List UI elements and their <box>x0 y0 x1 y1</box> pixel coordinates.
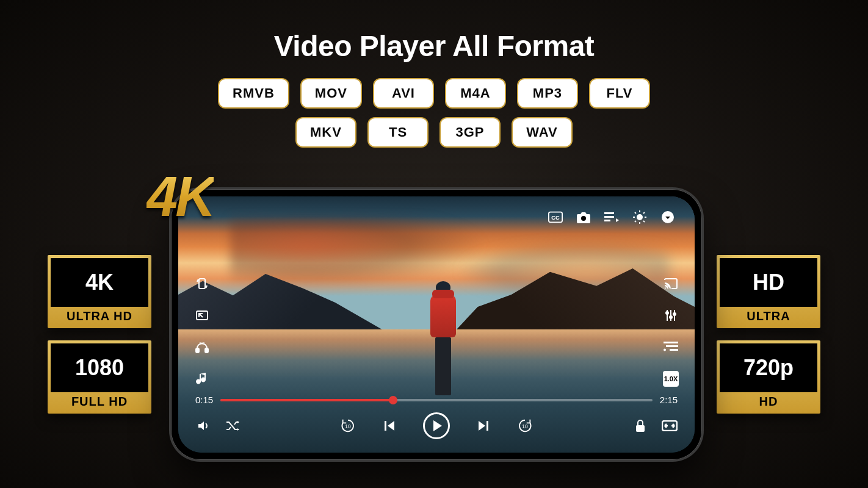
lock-icon[interactable] <box>632 418 648 434</box>
badge-value: HD <box>720 258 817 307</box>
svg-point-25 <box>670 316 672 318</box>
equalizer-icon[interactable] <box>663 307 679 323</box>
elapsed-time: 0:15 <box>195 395 213 405</box>
phone-mockup: CC BG 1.0X 0:15 2:15 <box>171 189 702 460</box>
video-frame: CC BG 1.0X 0:15 2:15 <box>178 196 695 453</box>
svg-rect-3 <box>604 212 614 214</box>
left-controls: BG <box>194 276 210 387</box>
badge-value: 720p <box>720 343 817 392</box>
svg-rect-4 <box>604 216 614 218</box>
svg-rect-33 <box>486 421 488 431</box>
format-chip: MP3 <box>518 79 577 107</box>
svg-point-2 <box>581 216 586 221</box>
badge-value: 4K <box>51 258 148 307</box>
play-button[interactable] <box>423 412 450 439</box>
badge-value: 1080 <box>51 343 148 392</box>
rotate-icon[interactable] <box>194 276 210 292</box>
badge-4k-ultrahd: 4K ULTRA HD <box>48 255 151 328</box>
right-controls: 1.0X <box>663 276 679 387</box>
badge-hd-ultra: HD ULTRA <box>717 255 820 328</box>
music-icon[interactable] <box>194 371 210 387</box>
svg-rect-5 <box>604 220 610 221</box>
svg-rect-28 <box>666 345 678 347</box>
bottom-controls: 10 10 <box>195 412 678 439</box>
speed-badge[interactable]: 1.0X <box>663 371 679 387</box>
svg-line-12 <box>643 221 645 222</box>
badge-sub: FULL HD <box>51 395 148 409</box>
volume-icon[interactable] <box>195 418 211 434</box>
format-chip: WAV <box>513 118 571 146</box>
next-icon[interactable] <box>476 418 491 434</box>
svg-line-11 <box>635 212 636 214</box>
previous-icon[interactable] <box>382 418 397 434</box>
svg-point-6 <box>637 214 643 220</box>
fullscreen-icon[interactable] <box>662 418 678 434</box>
4k-logo: 4K <box>146 165 214 229</box>
queue-icon[interactable] <box>663 339 679 355</box>
format-chip: 3GP <box>441 118 499 146</box>
progress-bar[interactable] <box>220 399 653 401</box>
format-row-2: MKV TS 3GP WAV <box>297 118 571 146</box>
svg-point-26 <box>673 313 676 315</box>
svg-point-24 <box>666 312 668 314</box>
format-row-1: RMVB MOV AVI M4A MP3 FLV <box>219 79 649 107</box>
svg-text:BG: BG <box>200 342 205 345</box>
svg-rect-19 <box>205 348 208 353</box>
badge-sub: ULTRA HD <box>51 309 148 323</box>
badge-sub: ULTRA <box>720 309 817 323</box>
play-icon <box>433 420 442 431</box>
svg-rect-27 <box>664 342 678 343</box>
progress-row: 0:15 2:15 <box>195 395 678 405</box>
format-chip: MOV <box>302 79 361 107</box>
format-chip: M4A <box>446 79 505 107</box>
brightness-icon[interactable] <box>632 210 647 224</box>
collapse-icon[interactable] <box>660 210 675 224</box>
svg-text:CC: CC <box>551 215 560 221</box>
forward-10-icon[interactable]: 10 <box>517 418 533 434</box>
duration-time: 2:15 <box>660 395 678 405</box>
format-chip: TS <box>369 118 427 146</box>
video-subject <box>429 281 458 409</box>
top-toolbar: CC <box>548 210 675 224</box>
pip-icon[interactable] <box>194 307 210 323</box>
format-chip: RMVB <box>219 79 288 107</box>
formats-container: RMVB MOV AVI M4A MP3 FLV MKV TS 3GP WAV <box>0 79 868 146</box>
svg-rect-16 <box>199 279 205 289</box>
format-chip: MKV <box>297 118 355 146</box>
cast-icon[interactable] <box>663 276 679 292</box>
svg-text:10: 10 <box>345 423 351 429</box>
shuffle-icon[interactable] <box>225 418 241 434</box>
badge-720p-hd: 720p HD <box>717 340 820 414</box>
svg-line-13 <box>635 221 636 222</box>
svg-rect-36 <box>662 421 677 431</box>
svg-point-30 <box>664 349 666 351</box>
svg-rect-17 <box>197 311 208 320</box>
camera-icon[interactable] <box>576 210 591 224</box>
background-audio-icon[interactable]: BG <box>194 339 210 355</box>
format-chip: FLV <box>590 79 649 107</box>
svg-text:10: 10 <box>522 423 528 429</box>
cc-icon[interactable]: CC <box>548 210 563 224</box>
badge-sub: HD <box>720 395 817 409</box>
svg-rect-32 <box>385 421 386 431</box>
rewind-10-icon[interactable]: 10 <box>340 418 356 434</box>
playlist-icon[interactable] <box>604 210 619 224</box>
page-title: Video Player All Format <box>0 29 868 63</box>
format-chip: AVI <box>374 79 433 107</box>
svg-rect-18 <box>196 348 199 353</box>
svg-line-14 <box>643 212 645 214</box>
svg-rect-29 <box>670 349 678 351</box>
badge-1080-fullhd: 1080 FULL HD <box>48 340 151 414</box>
svg-rect-35 <box>636 425 645 432</box>
